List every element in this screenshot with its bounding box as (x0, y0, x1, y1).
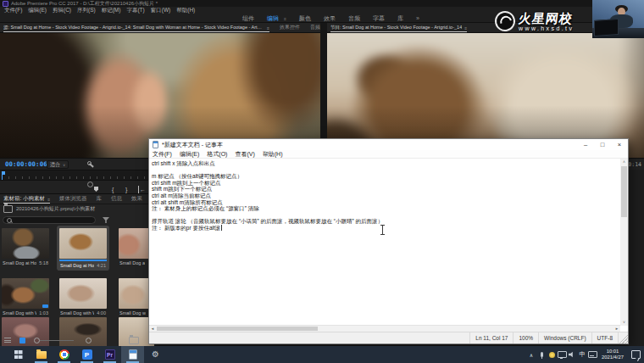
chevron-down-icon: ∨ (63, 163, 65, 167)
scroll-up-icon[interactable]: ˄ (620, 159, 628, 165)
tab-effects[interactable]: 效果 (131, 195, 142, 203)
maximize-button[interactable]: □ (594, 139, 611, 150)
project-search-row (0, 215, 154, 226)
project-item[interactable]: Small Dog with Woman... 4:00 (59, 278, 107, 316)
go-to-in-icon[interactable]: ← (138, 186, 146, 193)
panel-menu-icon[interactable]: ≡ (464, 25, 467, 31)
search-input[interactable] (3, 216, 96, 224)
workspace-tab-effects[interactable]: 效果 (324, 14, 336, 23)
menu-titles[interactable]: 字幕(T) (126, 7, 144, 14)
clip-name: Small Dog a (119, 260, 145, 265)
navigate-up-icon[interactable] (3, 205, 13, 213)
taskbar-settings[interactable]: ⚙ (144, 346, 167, 363)
tab-bin-dog-footage[interactable]: 素材箱: 小狗素材 ≡ (3, 194, 50, 204)
watermark: 火星网校 www.hxsd.tv (495, 6, 601, 36)
menu-window[interactable]: 窗口(W) (151, 7, 170, 14)
breadcrumb-path: 20210426小狗短片.prproj\小狗素材 (16, 205, 95, 213)
tray-clock[interactable]: 10:01 2021/4/27 (597, 349, 628, 360)
notepad-menubar: 文件(F) 编辑(E) 格式(O) 查看(V) 帮助(H) (149, 150, 628, 159)
mark-out-icon[interactable]: } (125, 186, 127, 193)
menu-edit[interactable]: 编辑(E) (28, 7, 47, 14)
icon-view-icon[interactable] (19, 338, 25, 343)
workspace-tab-libraries[interactable]: 库 (397, 14, 403, 23)
tab-program-monitor[interactable]: 节目: Small Dog at Home - Stock Video Foot… (330, 23, 467, 32)
settings-wrench-icon[interactable] (87, 161, 94, 168)
notepad-menu-edit[interactable]: 编辑(E) (180, 150, 199, 159)
source-timecode[interactable]: 00:00:00:06 (5, 160, 47, 168)
clip-thumbnail[interactable] (2, 278, 49, 309)
menu-sequence[interactable]: 序列(S) (77, 7, 96, 14)
workspace-tab-color[interactable]: 颜色 (299, 14, 311, 23)
status-zoom-level[interactable]: 100% (513, 332, 538, 343)
taskbar-chrome[interactable] (53, 346, 75, 363)
tray-microphone[interactable] (536, 346, 547, 363)
workspace-tab-assembly[interactable]: 组件 (242, 14, 254, 23)
project-item[interactable]: Small Dog with Woman... 1:03 (2, 278, 49, 316)
chrome-icon (59, 349, 69, 360)
notepad-menu-file[interactable]: 文件(F) (153, 150, 172, 159)
tab-audio-mixer[interactable]: 音频 (310, 24, 320, 31)
scroll-right-icon[interactable]: ► (613, 326, 620, 332)
resize-grip[interactable] (618, 332, 628, 343)
tab-libraries[interactable]: 库 (97, 195, 103, 203)
notepad-menu-view[interactable]: 查看(V) (235, 150, 254, 159)
thumbnail-zoom-handle[interactable] (34, 338, 40, 343)
taskbar-explorer[interactable] (30, 346, 53, 363)
close-button[interactable]: × (611, 139, 628, 150)
panel-menu-icon[interactable]: ≡ (267, 25, 269, 31)
start-button[interactable] (7, 346, 30, 363)
add-marker-icon[interactable] (94, 187, 98, 192)
sort-icon[interactable] (86, 338, 92, 343)
clip-thumbnail[interactable] (59, 228, 107, 259)
tray-show-hidden[interactable]: ∧ (526, 346, 536, 363)
vertical-scrollbar[interactable]: ˄ ˅ (620, 159, 628, 326)
clip-thumbnail[interactable] (59, 278, 107, 309)
workspace-tab-audio[interactable]: 音频 (348, 14, 360, 23)
panel-menu-icon[interactable]: ≡ (47, 197, 50, 202)
workspace-tab-editing[interactable]: 编辑 (267, 14, 279, 23)
notepad-text-area[interactable]: ctrl shift x 清除入点和出点 m 标记点 （按住alt键可拖拽标记点… (149, 159, 620, 326)
notepad-titlebar[interactable]: *新建文本文档 - 记事本 – □ × (149, 139, 628, 150)
tab-media-browser[interactable]: 媒体浏览器 (59, 195, 87, 203)
workspace-menu-icon[interactable]: ≡ (284, 16, 286, 21)
menu-help[interactable]: 帮助(H) (176, 7, 195, 14)
thumbnail-zoom-track[interactable] (40, 340, 74, 341)
taskbar-p-app[interactable]: P (75, 346, 98, 363)
action-center-icon[interactable] (631, 350, 641, 359)
taskbar-notepad-active[interactable] (121, 346, 144, 363)
menu-file[interactable]: 文件(F) (4, 7, 22, 14)
scroll-left-icon[interactable]: ◄ (149, 326, 156, 332)
tray-touch-keyboard[interactable] (587, 346, 597, 363)
filter-icon[interactable] (103, 217, 109, 223)
tab-source-monitor[interactable]: 源: Small Dog at Home - Stock Video Foota… (3, 23, 269, 32)
scrollbar-thumb[interactable] (157, 327, 318, 331)
tray-recording[interactable] (547, 346, 557, 363)
workspace-tab-titles[interactable]: 字幕 (373, 14, 385, 23)
clip-duration: 4:21 (97, 263, 106, 268)
tray-display[interactable] (557, 346, 567, 363)
project-item-selected[interactable]: Small Dog at Home - S... 4:21 (59, 228, 107, 268)
mark-in-icon[interactable]: { (112, 186, 114, 193)
text-line: ctrl alt shift m清除所有标记点 (152, 199, 620, 206)
tab-effect-controls[interactable]: 效果控件 (280, 24, 300, 31)
minimize-button[interactable]: – (577, 139, 594, 150)
zoom-level-select[interactable]: 适合 ∨ (47, 160, 69, 169)
menu-clip[interactable]: 剪辑(C) (53, 7, 71, 14)
tab-info[interactable]: 信息 (111, 195, 122, 203)
clip-thumbnail[interactable] (2, 228, 49, 259)
notepad-menu-format[interactable]: 格式(O) (207, 150, 227, 159)
notepad-menu-help[interactable]: 帮助(H) (263, 150, 283, 159)
list-view-icon[interactable] (4, 338, 11, 343)
playhead-marker[interactable] (2, 171, 5, 175)
horizontal-scrollbar[interactable]: ◄ ► (149, 325, 620, 332)
new-bin-icon[interactable] (129, 337, 139, 344)
text-line: ctrl shift x 清除入点和出点 (152, 160, 620, 167)
scroll-down-icon[interactable]: ˅ (620, 319, 628, 326)
workspace-overflow-icon[interactable]: » (416, 15, 419, 21)
tray-volume[interactable] (567, 346, 577, 363)
tray-ime[interactable]: 中 (577, 346, 587, 363)
menu-markers[interactable]: 标记(M) (102, 7, 121, 14)
scrollbar-thumb[interactable] (621, 166, 627, 217)
project-item[interactable]: Small Dog at Home - S... 5:18 (2, 228, 49, 265)
taskbar-premiere[interactable]: Pr (98, 346, 121, 363)
